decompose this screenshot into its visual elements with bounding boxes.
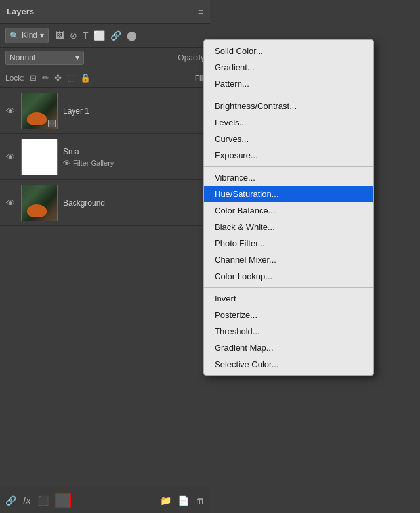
menu-item-threshold[interactable]: Threshold... xyxy=(204,323,373,340)
menu-item-levels[interactable]: Levels... xyxy=(204,114,373,131)
smart-object-icon: ⬚ xyxy=(48,120,56,127)
layer-info: Layer 1 xyxy=(63,106,205,116)
menu-divider xyxy=(204,95,373,95)
lock-transparency-icon[interactable]: ⊞ xyxy=(30,73,37,83)
layer-name: Sma xyxy=(63,147,129,156)
menu-item-brightness-contrast[interactable]: Brightness/Contrast... xyxy=(204,98,373,114)
lock-image-icon[interactable]: ✏ xyxy=(42,73,49,83)
layer-mask-icon[interactable]: ⬛ xyxy=(37,495,49,506)
layer-thumbnail xyxy=(21,185,58,221)
menu-item-pattern[interactable]: Pattern... xyxy=(204,76,373,92)
menu-item-photo-filter[interactable]: Photo Filter... xyxy=(204,235,373,252)
menu-item-black-white[interactable]: Black & White... xyxy=(204,219,373,235)
layer-item[interactable]: 👁 ⬚ Layer 1 xyxy=(0,88,210,134)
visibility-icon[interactable]: 👁 xyxy=(5,152,16,162)
filter-icons: 🖼 ⊘ T ⬜ 🔗 ⬤ xyxy=(55,30,137,41)
layer-info: Background xyxy=(63,198,205,208)
layer-sub: 👁 Filter Gallery xyxy=(63,159,205,167)
new-group-icon[interactable]: 📁 xyxy=(160,495,171,506)
pumpkin-decoration xyxy=(27,112,47,125)
text-filter-icon[interactable]: T xyxy=(83,30,89,41)
menu-item-invert[interactable]: Invert xyxy=(204,290,373,307)
new-layer-icon[interactable]: 📄 xyxy=(178,495,189,506)
adjustment-dropdown-menu: Solid Color... Gradient... Pattern... Br… xyxy=(203,39,374,376)
layer-name: Layer 1 xyxy=(63,106,129,116)
blend-opacity-bar: Normal ▾ Opacity xyxy=(0,48,210,68)
visibility-icon[interactable]: 👁 xyxy=(5,106,16,116)
layer-name: Background xyxy=(63,198,129,208)
image-filter-icon[interactable]: 🖼 xyxy=(55,30,64,41)
panel-header: Layers ≡ xyxy=(0,0,210,24)
lock-label: Lock: xyxy=(5,74,24,83)
link-layers-icon[interactable]: 🔗 xyxy=(5,495,16,506)
layer-thumbnail xyxy=(21,139,58,175)
link-filter-icon[interactable]: 🔗 xyxy=(110,30,121,41)
blend-mode-dropdown[interactable]: Normal ▾ xyxy=(5,51,84,65)
lock-bar: Lock: ⊞ ✏ ✤ ⬚ 🔒 Fill xyxy=(0,68,210,88)
filter-bar: 🔍 Kind ▾ 🖼 ⊘ T ⬜ 🔗 ⬤ xyxy=(0,24,210,48)
layer-thumbnail: ⬚ xyxy=(21,93,58,129)
menu-item-curves[interactable]: Curves... xyxy=(204,131,373,147)
sub-label: Filter Gallery xyxy=(73,159,114,167)
menu-item-channel-mixer[interactable]: Channel Mixer... xyxy=(204,252,373,268)
menu-item-gradient[interactable]: Gradient... xyxy=(204,59,373,76)
menu-item-selective-color[interactable]: Selective Color... xyxy=(204,356,373,372)
kind-dropdown-arrow: ▾ xyxy=(40,31,44,40)
pumpkin-decoration xyxy=(27,204,47,217)
sub-visibility-icon[interactable]: 👁 xyxy=(63,159,70,167)
circle-filled-filter-icon[interactable]: ⬤ xyxy=(127,30,137,41)
layer-item[interactable]: 👁 Background xyxy=(0,180,210,226)
fx-button[interactable]: fx xyxy=(23,495,31,506)
menu-divider xyxy=(204,166,373,167)
kind-label: Kind xyxy=(22,31,37,40)
layer-item[interactable]: 👁 Sma 👁 Filter Gallery xyxy=(0,134,210,180)
menu-item-vibrance[interactable]: Vibrance... xyxy=(204,169,373,186)
lock-artboard-icon[interactable]: ⬚ xyxy=(67,73,75,83)
adjustment-layer-icon[interactable]: ◻ xyxy=(55,493,71,508)
kind-dropdown[interactable]: 🔍 Kind ▾ xyxy=(5,28,49,43)
menu-item-color-lookup[interactable]: Color Lookup... xyxy=(204,268,373,284)
menu-divider xyxy=(204,287,373,288)
menu-item-posterize[interactable]: Posterize... xyxy=(204,307,373,323)
lock-move-icon[interactable]: ✤ xyxy=(54,73,62,83)
menu-item-gradient-map[interactable]: Gradient Map... xyxy=(204,340,373,356)
circle-filter-icon[interactable]: ⊘ xyxy=(70,30,77,41)
panel-title: Layers xyxy=(7,7,34,16)
opacity-label: Opacity xyxy=(178,53,205,62)
menu-item-solid-color[interactable]: Solid Color... xyxy=(204,43,373,59)
layers-list: 👁 ⬚ Layer 1 👁 Sma 👁 Filter Gallery xyxy=(0,88,210,487)
blend-dropdown-arrow: ▾ xyxy=(75,53,79,62)
menu-item-hue-saturation[interactable]: Hue/Saturation... xyxy=(204,186,373,202)
menu-item-exposure[interactable]: Exposure... xyxy=(204,147,373,164)
magnifier-icon: 🔍 xyxy=(10,32,19,40)
panel-menu-icon[interactable]: ≡ xyxy=(198,7,203,17)
layer-info: Sma 👁 Filter Gallery xyxy=(63,147,205,167)
layers-panel: Layers ≡ 🔍 Kind ▾ 🖼 ⊘ T ⬜ 🔗 ⬤ Normal ▾ O… xyxy=(0,0,210,513)
menu-item-color-balance[interactable]: Color Balance... xyxy=(204,202,373,219)
delete-layer-icon[interactable]: 🗑 xyxy=(196,495,205,506)
shape-filter-icon[interactable]: ⬜ xyxy=(94,30,105,41)
lock-all-icon[interactable]: 🔒 xyxy=(80,73,91,83)
blend-mode-label: Normal xyxy=(10,53,35,62)
bottom-toolbar: 🔗 fx ⬛ ◻ 📁 📄 🗑 xyxy=(0,487,210,513)
visibility-icon[interactable]: 👁 xyxy=(5,198,16,208)
